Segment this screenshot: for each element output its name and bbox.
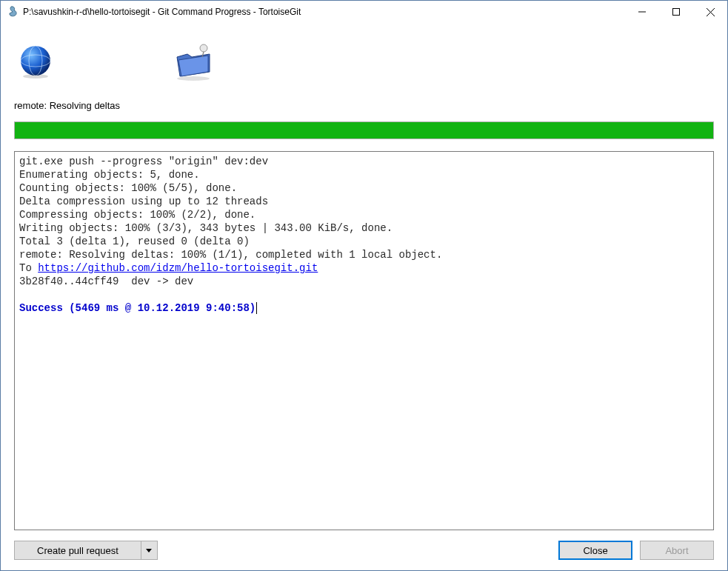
svg-point-4	[21, 46, 50, 76]
log-line: Enumerating objects: 5, done.	[19, 169, 200, 181]
abort-button: Abort	[640, 541, 714, 560]
log-line: Writing objects: 100% (3/3), 343 bytes |…	[19, 222, 393, 234]
svg-marker-11	[146, 549, 152, 552]
create-pull-request-dropdown[interactable]	[141, 541, 157, 559]
log-line: Total 3 (delta 1), reused 0 (delta 0)	[19, 236, 250, 247]
chevron-down-icon	[146, 549, 152, 552]
log-line: remote: Resolving deltas: 100% (1/1), co…	[19, 249, 442, 261]
svg-rect-1	[673, 9, 680, 16]
svg-point-7	[23, 74, 48, 79]
close-window-button[interactable]	[693, 1, 727, 23]
titlebar: P:\savushkin-r-d\hello-tortoisegit - Git…	[1, 1, 727, 23]
log-line: Counting objects: 100% (5/5), done.	[19, 182, 237, 194]
folder-icon	[173, 44, 210, 81]
log-line: git.exe push --progress "origin" dev:dev	[19, 156, 268, 167]
window-title: P:\savushkin-r-d\hello-tortoisegit - Git…	[23, 7, 625, 17]
progress-bar	[14, 121, 714, 139]
app-icon	[7, 6, 19, 18]
close-button[interactable]: Close	[558, 541, 632, 560]
status-label: remote: Resolving deltas	[14, 100, 714, 111]
window-controls	[625, 1, 727, 23]
svg-point-8	[177, 76, 210, 81]
maximize-button[interactable]	[659, 1, 693, 23]
log-line: Compressing objects: 100% (2/2), done.	[19, 209, 256, 221]
remote-url-link[interactable]: https://github.com/idzm/hello-tortoisegi…	[38, 262, 318, 274]
success-message: Success (5469 ms @ 10.12.2019 9:40:58)	[19, 302, 257, 314]
log-line: 3b28f40..44cff49 dev -> dev	[19, 276, 193, 287]
log-line: To	[19, 262, 38, 274]
icon-row	[14, 30, 714, 90]
create-pull-request-button[interactable]: Create pull request	[14, 541, 158, 560]
dialog-content: remote: Resolving deltas git.exe push --…	[1, 23, 727, 570]
globe-icon	[17, 44, 54, 81]
svg-point-9	[200, 44, 207, 52]
log-line: Delta compression using up to 12 threads	[19, 196, 268, 207]
minimize-button[interactable]	[625, 1, 659, 23]
create-pull-request-label[interactable]: Create pull request	[15, 541, 141, 559]
button-row: Create pull request Close Abort	[14, 541, 714, 560]
log-output[interactable]: git.exe push --progress "origin" dev:dev…	[14, 151, 714, 530]
